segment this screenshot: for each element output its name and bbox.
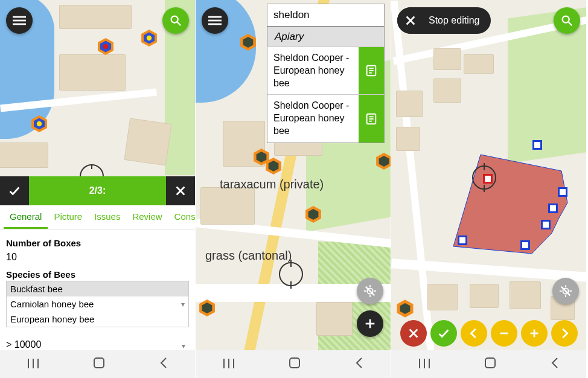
apiary-marker[interactable] bbox=[95, 37, 116, 56]
svg-rect-76 bbox=[485, 358, 495, 368]
form-icon bbox=[365, 112, 378, 126]
back-icon bbox=[159, 357, 168, 369]
polygon-vertex[interactable] bbox=[520, 240, 530, 250]
svg-rect-9 bbox=[13, 16, 26, 18]
polygon-vertex[interactable] bbox=[541, 220, 551, 229]
close-icon bbox=[407, 327, 420, 340]
building bbox=[396, 91, 423, 117]
minus-icon bbox=[497, 327, 511, 340]
result-text: Sheldon Cooper - European honey bee bbox=[267, 47, 359, 94]
apiary-marker[interactable] bbox=[197, 299, 217, 317]
close-button[interactable] bbox=[397, 7, 424, 34]
boxes-value[interactable]: 10 bbox=[6, 249, 189, 266]
back-button[interactable] bbox=[354, 357, 364, 372]
apiary-marker[interactable] bbox=[29, 115, 50, 133]
search-input[interactable] bbox=[267, 4, 384, 26]
search-results: Apiary Sheldon Cooper - European honey b… bbox=[267, 27, 385, 143]
result-group-header: Apiary bbox=[267, 27, 384, 46]
recent-button[interactable] bbox=[27, 357, 40, 371]
species-option[interactable]: Buckfast bee bbox=[7, 281, 188, 296]
search-box[interactable] bbox=[267, 4, 385, 27]
polygon-vertex[interactable] bbox=[558, 187, 567, 197]
species-select[interactable]: ▾Buckfast beeCarniolan honey beeEuropean… bbox=[6, 281, 189, 327]
search-result-row[interactable]: Sheldon Cooper - European honey bee bbox=[267, 94, 384, 142]
svg-line-60 bbox=[569, 22, 572, 26]
open-form-button[interactable] bbox=[359, 47, 384, 94]
gps-button[interactable] bbox=[552, 278, 579, 304]
chevron-down-icon: ▾ bbox=[182, 342, 185, 350]
polygon-vertex[interactable] bbox=[532, 140, 542, 150]
back-button[interactable] bbox=[550, 357, 560, 372]
species-option[interactable]: European honey bee bbox=[7, 312, 188, 327]
chevron-down-icon: ▾ bbox=[181, 300, 185, 309]
tab-review[interactable]: Review bbox=[126, 205, 168, 229]
building bbox=[59, 54, 126, 91]
search-button[interactable] bbox=[554, 7, 580, 34]
polygon-vertex[interactable] bbox=[458, 235, 467, 245]
apiary-marker[interactable] bbox=[374, 152, 391, 170]
close-icon bbox=[174, 184, 187, 197]
building bbox=[464, 54, 494, 74]
building bbox=[316, 302, 353, 336]
gps-off-icon bbox=[363, 284, 377, 298]
cancel-button[interactable] bbox=[166, 176, 195, 205]
search-button[interactable] bbox=[162, 7, 189, 34]
apiary-marker[interactable] bbox=[139, 29, 159, 47]
edit-toolbar bbox=[391, 316, 586, 350]
confirm-button[interactable] bbox=[0, 176, 29, 205]
apiary-marker[interactable] bbox=[263, 157, 284, 175]
screen-edit: Stop editing bbox=[391, 0, 587, 378]
home-button[interactable] bbox=[484, 357, 496, 372]
tab-general[interactable]: General bbox=[4, 205, 48, 229]
tab-picture[interactable]: Picture bbox=[48, 205, 88, 229]
hexagon-icon bbox=[238, 33, 258, 51]
stop-editing-button[interactable]: Stop editing bbox=[397, 7, 491, 34]
species-option[interactable]: Carniolan honey bee bbox=[7, 296, 188, 312]
android-navbar bbox=[0, 350, 195, 378]
gps-button[interactable] bbox=[357, 278, 383, 304]
menu-button[interactable] bbox=[6, 7, 33, 34]
search-result-row[interactable]: Sheldon Cooper - European honey bee bbox=[267, 46, 384, 94]
tab-issues[interactable]: Issues bbox=[88, 205, 126, 229]
menu-button[interactable] bbox=[202, 7, 228, 34]
home-button[interactable] bbox=[93, 357, 105, 372]
add-vertex-button[interactable] bbox=[521, 320, 548, 347]
polygon-vertex[interactable] bbox=[548, 203, 558, 213]
apiary-marker[interactable] bbox=[395, 300, 415, 318]
tab-consumption[interactable]: Consumption bbox=[168, 205, 195, 229]
remove-vertex-button[interactable] bbox=[491, 320, 517, 347]
hexagon-icon bbox=[139, 29, 159, 47]
boxes-label: Number of Boxes bbox=[6, 238, 189, 248]
crosshair-icon bbox=[279, 262, 303, 286]
building bbox=[510, 281, 541, 309]
next-vertex-button[interactable] bbox=[551, 320, 578, 347]
confirm-edit-button[interactable] bbox=[430, 320, 457, 347]
cancel-edit-button[interactable] bbox=[400, 320, 427, 347]
back-button[interactable] bbox=[159, 357, 168, 372]
building bbox=[124, 118, 171, 165]
back-icon bbox=[354, 357, 364, 369]
search-icon bbox=[169, 14, 182, 27]
prev-vertex-button[interactable] bbox=[461, 320, 487, 347]
open-form-button[interactable] bbox=[359, 95, 384, 142]
back-icon bbox=[550, 357, 560, 369]
apiary-marker[interactable] bbox=[238, 33, 258, 51]
add-button[interactable] bbox=[357, 310, 383, 337]
result-text: Sheldon Cooper - European honey bee bbox=[267, 95, 359, 142]
stop-editing-label: Stop editing bbox=[429, 15, 480, 26]
chevron-left-icon bbox=[467, 327, 481, 340]
edit-polygon[interactable] bbox=[403, 127, 584, 278]
hamburger-icon bbox=[13, 14, 26, 27]
recent-icon bbox=[222, 359, 235, 368]
home-button[interactable] bbox=[289, 357, 301, 372]
android-navbar bbox=[196, 350, 391, 378]
apiary-marker[interactable] bbox=[303, 205, 324, 223]
recent-button[interactable] bbox=[418, 357, 431, 371]
hexagon-icon bbox=[374, 152, 391, 170]
recent-button[interactable] bbox=[222, 357, 235, 371]
svg-rect-10 bbox=[13, 20, 26, 22]
home-icon bbox=[93, 357, 105, 369]
threshold-value: > 10000 bbox=[6, 339, 41, 350]
home-icon bbox=[484, 357, 496, 369]
building bbox=[470, 284, 499, 308]
